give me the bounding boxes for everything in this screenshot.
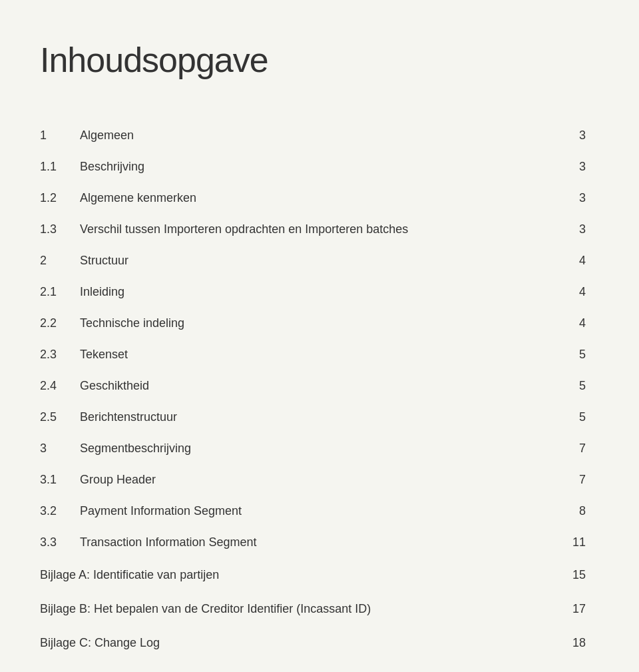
toc-label: Tekenset [80, 339, 559, 370]
toc-row: 1Algemeen3 [40, 120, 586, 151]
toc-row: 3.2Payment Information Segment8 [40, 496, 586, 527]
toc-row: 2.1Inleiding4 [40, 276, 586, 308]
toc-page: 8 [559, 496, 586, 527]
toc-number: 2.4 [40, 370, 80, 402]
toc-page: 4 [559, 308, 586, 339]
toc-row: 1.2Algemene kenmerken3 [40, 182, 586, 214]
toc-page: 5 [559, 339, 586, 370]
toc-number: 1.2 [40, 182, 80, 214]
toc-number: 2.1 [40, 276, 80, 308]
appendix-row: Bijlage C: Change Log18 [40, 626, 586, 660]
toc-page: 3 [559, 182, 586, 214]
toc-label: Segmentbeschrijving [80, 433, 559, 464]
appendix-label: Bijlage A: Identificatie van partijen [40, 558, 559, 592]
appendix-row: Bijlage A: Identificatie van partijen15 [40, 558, 586, 592]
toc-label: Berichtenstructuur [80, 402, 559, 433]
appendix-page: 15 [559, 558, 586, 592]
toc-row: 1.1Beschrijving3 [40, 151, 586, 182]
appendix-label: Bijlage C: Change Log [40, 626, 559, 660]
toc-label: Inleiding [80, 276, 559, 308]
toc-page: 5 [559, 370, 586, 402]
toc-label: Group Header [80, 464, 559, 496]
appendix-row: Bijlage B: Het bepalen van de Creditor I… [40, 592, 586, 626]
toc-page: 11 [559, 527, 586, 558]
toc-number: 3.2 [40, 496, 80, 527]
toc-label: Technische indeling [80, 308, 559, 339]
toc-page: 4 [559, 245, 586, 276]
toc-label: Payment Information Segment [80, 496, 559, 527]
toc-number: 2 [40, 245, 80, 276]
appendix-page: 17 [559, 592, 586, 626]
toc-number: 1 [40, 120, 80, 151]
toc-number: 3.1 [40, 464, 80, 496]
toc-row: 2Structuur4 [40, 245, 586, 276]
page-title: Inhoudsopgave [40, 40, 586, 80]
toc-label: Transaction Information Segment [80, 527, 559, 558]
toc-page: 7 [559, 433, 586, 464]
toc-row: 1.3Verschil tussen Importeren opdrachten… [40, 214, 586, 245]
toc-row: 3Segmentbeschrijving7 [40, 433, 586, 464]
toc-page: 3 [559, 214, 586, 245]
toc-page: 3 [559, 151, 586, 182]
toc-label: Geschiktheid [80, 370, 559, 402]
toc-page: 5 [559, 402, 586, 433]
toc-label: Beschrijving [80, 151, 559, 182]
appendix-label: Bijlage B: Het bepalen van de Creditor I… [40, 592, 559, 626]
toc-number: 2.3 [40, 339, 80, 370]
toc-label: Verschil tussen Importeren opdrachten en… [80, 214, 559, 245]
toc-row: 2.2Technische indeling4 [40, 308, 586, 339]
toc-number: 3.3 [40, 527, 80, 558]
toc-row: 3.3Transaction Information Segment11 [40, 527, 586, 558]
toc-label: Algemeen [80, 120, 559, 151]
toc-page: 4 [559, 276, 586, 308]
toc-label: Structuur [80, 245, 559, 276]
toc-page: 7 [559, 464, 586, 496]
toc-number: 3 [40, 433, 80, 464]
toc-label: Algemene kenmerken [80, 182, 559, 214]
toc-number: 1.1 [40, 151, 80, 182]
appendix-page: 18 [559, 626, 586, 660]
toc-page: 3 [559, 120, 586, 151]
toc-row: 2.5Berichtenstructuur5 [40, 402, 586, 433]
toc-table: 1Algemeen31.1Beschrijving31.2Algemene ke… [40, 120, 586, 660]
toc-row: 2.4Geschiktheid5 [40, 370, 586, 402]
toc-number: 2.2 [40, 308, 80, 339]
toc-row: 2.3Tekenset5 [40, 339, 586, 370]
toc-number: 1.3 [40, 214, 80, 245]
toc-number: 2.5 [40, 402, 80, 433]
toc-row: 3.1Group Header7 [40, 464, 586, 496]
